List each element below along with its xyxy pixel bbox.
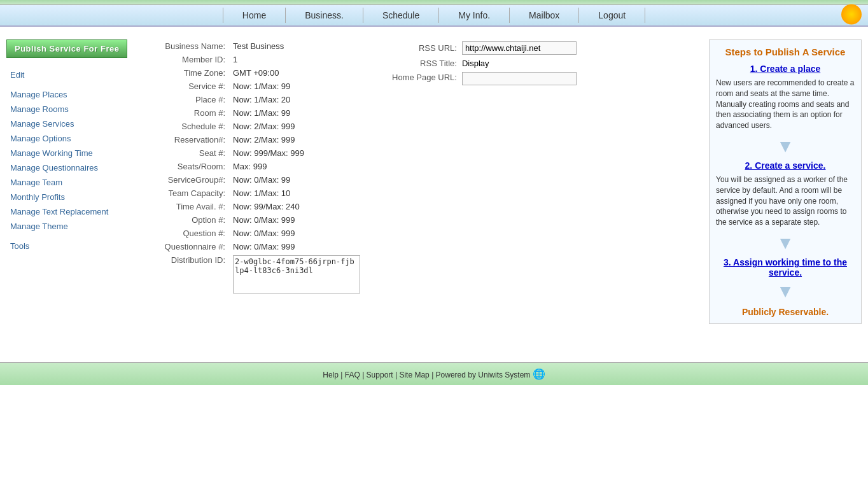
table-row: Business Name: Test Business bbox=[140, 39, 364, 53]
field-label: Schedule #: bbox=[140, 120, 229, 133]
footer-faq[interactable]: FAQ bbox=[345, 371, 360, 379]
nav-home[interactable]: Home bbox=[223, 8, 286, 23]
nav-logout[interactable]: Logout bbox=[579, 8, 645, 23]
field-value: Now: 0/Max: 99 bbox=[229, 173, 364, 187]
rss-title-label: RSS Title: bbox=[389, 57, 459, 70]
field-label: Question #: bbox=[140, 227, 229, 240]
field-value: Max: 999 bbox=[229, 160, 364, 173]
table-row: Reservation#: Now: 2/Max: 999 bbox=[140, 133, 364, 146]
field-label: Distribution ID: bbox=[140, 253, 229, 295]
rss-url-input[interactable] bbox=[462, 41, 577, 55]
home-page-value-cell bbox=[459, 70, 579, 87]
footer-company[interactable]: Uniwits System bbox=[478, 371, 530, 379]
footer: Help | FAQ | Support | Site Map | Powere… bbox=[0, 362, 868, 385]
nav-schedule[interactable]: Schedule bbox=[363, 8, 439, 23]
home-page-input[interactable] bbox=[462, 72, 577, 85]
rss-url-row: RSS URL: bbox=[389, 39, 579, 57]
sidebar-tools[interactable]: Tools bbox=[6, 239, 134, 253]
field-value: Now: 1/Max: 99 bbox=[229, 80, 364, 93]
nav-myinfo[interactable]: My Info. bbox=[439, 8, 510, 23]
field-label: ServiceGroup#: bbox=[140, 173, 229, 187]
sidebar: Publish Service For Free Edit Manage Pla… bbox=[6, 39, 134, 324]
sidebar-item-manage-rooms[interactable]: Manage Rooms bbox=[6, 102, 134, 116]
table-row: Distribution ID: 2-w0glbc-4fom75-66jrpn-… bbox=[140, 253, 364, 295]
footer-sitemap[interactable]: Site Map bbox=[399, 371, 429, 379]
field-label: Team Capacity: bbox=[140, 187, 229, 200]
sidebar-item-manage-working-time[interactable]: Manage Working Time bbox=[6, 146, 134, 160]
table-row: Place #: Now: 1/Max: 20 bbox=[140, 93, 364, 106]
table-row: Seats/Room: Max: 999 bbox=[140, 160, 364, 173]
footer-help[interactable]: Help bbox=[323, 371, 339, 379]
field-value: Now: 999/Max: 999 bbox=[229, 146, 364, 160]
nav-mailbox[interactable]: Mailbox bbox=[510, 8, 579, 23]
step-arrow-3: ▼ bbox=[716, 281, 855, 302]
sidebar-section-links: Manage Places Manage Rooms Manage Servic… bbox=[6, 88, 134, 233]
field-label: Place #: bbox=[140, 93, 229, 106]
main-container: Publish Service For Free Edit Manage Pla… bbox=[0, 27, 868, 337]
field-value: Now: 1/Max: 20 bbox=[229, 93, 364, 106]
distribution-id-container: 2-w0glbc-4fom75-66jrpn-fjblp4-lt83c6-3ni… bbox=[233, 255, 360, 293]
table-row: Team Capacity: Now: 1/Max: 10 bbox=[140, 187, 364, 200]
rss-url-label: RSS URL: bbox=[389, 39, 459, 57]
center-content: Business Name: Test Business Member ID: … bbox=[140, 39, 703, 324]
field-value: Now: 99/Max: 240 bbox=[229, 200, 364, 213]
field-label: Time Avail. #: bbox=[140, 200, 229, 213]
steps-title: Steps to Publish A Service bbox=[716, 46, 855, 57]
footer-globe-icon: 🌐 bbox=[533, 369, 545, 379]
step2-desc: You will be assigned as a worker of the … bbox=[716, 174, 855, 228]
table-row: Time Avail. #: Now: 99/Max: 240 bbox=[140, 200, 364, 213]
sidebar-item-manage-text-replacement[interactable]: Manage Text Replacement bbox=[6, 205, 134, 218]
step1-desc: New users are recommended to create a ro… bbox=[716, 78, 855, 131]
rss-table: RSS URL: RSS Title: Display Home Page UR… bbox=[389, 39, 579, 87]
logo-icon bbox=[841, 4, 862, 25]
table-row: ServiceGroup#: Now: 0/Max: 99 bbox=[140, 173, 364, 187]
field-label: Questionnaire #: bbox=[140, 240, 229, 253]
rss-url-value-cell bbox=[459, 39, 579, 57]
nav-business[interactable]: Business. bbox=[286, 8, 363, 23]
field-value: Now: 0/Max: 999 bbox=[229, 240, 364, 253]
footer-powered-by: | Powered by bbox=[431, 371, 476, 379]
table-row: Option #: Now: 0/Max: 999 bbox=[140, 213, 364, 227]
field-label: Seats/Room: bbox=[140, 160, 229, 173]
table-row: Room #: Now: 1/Max: 99 bbox=[140, 106, 364, 120]
step-arrow-1: ▼ bbox=[716, 136, 855, 157]
sidebar-item-manage-services[interactable]: Manage Services bbox=[6, 117, 134, 131]
sidebar-edit-link[interactable]: Edit bbox=[6, 68, 134, 81]
field-label: Time Zone: bbox=[140, 66, 229, 80]
field-label: Member ID: bbox=[140, 53, 229, 66]
table-row: Service #: Now: 1/Max: 99 bbox=[140, 80, 364, 93]
field-label: Business Name: bbox=[140, 39, 229, 53]
table-row: Question #: Now: 0/Max: 999 bbox=[140, 227, 364, 240]
nav-logo bbox=[841, 4, 862, 27]
content-row: Business Name: Test Business Member ID: … bbox=[140, 39, 703, 295]
table-row: Schedule #: Now: 2/Max: 999 bbox=[140, 120, 364, 133]
home-page-row: Home Page URL: bbox=[389, 70, 579, 87]
sidebar-item-monthly-profits[interactable]: Monthly Profits bbox=[6, 190, 134, 204]
distribution-id-cell: 2-w0glbc-4fom75-66jrpn-fjblp4-lt83c6-3ni… bbox=[229, 253, 364, 295]
field-value: Now: 0/Max: 999 bbox=[229, 227, 364, 240]
step3-link[interactable]: 3. Assign working time to the service. bbox=[716, 257, 855, 278]
publish-service-button[interactable]: Publish Service For Free bbox=[6, 39, 127, 58]
field-value: Now: 2/Max: 999 bbox=[229, 133, 364, 146]
field-label: Reservation#: bbox=[140, 133, 229, 146]
field-value: 1 bbox=[229, 53, 364, 66]
rss-title-row: RSS Title: Display bbox=[389, 57, 579, 70]
field-label: Room #: bbox=[140, 106, 229, 120]
nav-bar: Home Business. Schedule My Info. Mailbox… bbox=[0, 5, 868, 27]
field-label: Service #: bbox=[140, 80, 229, 93]
field-label: Seat #: bbox=[140, 146, 229, 160]
footer-support[interactable]: Support bbox=[367, 371, 393, 379]
sidebar-item-manage-team[interactable]: Manage Team bbox=[6, 176, 134, 189]
sidebar-item-manage-theme[interactable]: Manage Theme bbox=[6, 220, 134, 233]
step-arrow-2: ▼ bbox=[716, 233, 855, 253]
field-value: Now: 1/Max: 99 bbox=[229, 106, 364, 120]
business-info-section: Business Name: Test Business Member ID: … bbox=[140, 39, 364, 295]
sidebar-item-manage-questionnaires[interactable]: Manage Questionnaires bbox=[6, 161, 134, 174]
table-row: Questionnaire #: Now: 0/Max: 999 bbox=[140, 240, 364, 253]
table-row: Seat #: Now: 999/Max: 999 bbox=[140, 146, 364, 160]
field-value: Now: 0/Max: 999 bbox=[229, 213, 364, 227]
step1-link[interactable]: 1. Create a place bbox=[716, 64, 855, 74]
sidebar-item-manage-places[interactable]: Manage Places bbox=[6, 88, 134, 101]
step2-link[interactable]: 2. Create a service. bbox=[716, 160, 855, 171]
sidebar-item-manage-options[interactable]: Manage Options bbox=[6, 132, 134, 145]
